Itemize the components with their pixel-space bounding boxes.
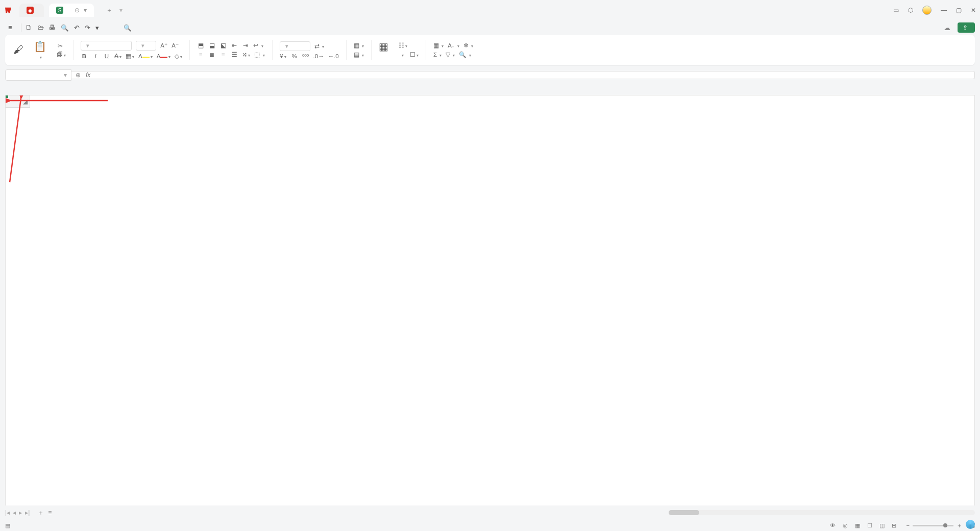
cloud-icon[interactable]: ☁: [944, 24, 950, 32]
page-view-icon[interactable]: ☐: [867, 522, 872, 529]
bold-button[interactable]: B: [81, 53, 88, 59]
reader-view-icon[interactable]: ⊞: [892, 522, 896, 529]
add-sheet-button[interactable]: ＋: [38, 509, 44, 517]
panel-icon[interactable]: ▭: [893, 7, 899, 14]
sum-button[interactable]: Σ: [433, 52, 442, 58]
normal-view-icon[interactable]: ▦: [855, 522, 860, 529]
copy-icon[interactable]: 🗐: [57, 52, 66, 58]
eye-icon[interactable]: 👁: [830, 522, 836, 528]
sheet-bar: |◂ ◂ ▸ ▸| ＋ ≡: [0, 505, 980, 520]
cells-area[interactable]: [30, 108, 974, 509]
shrink-font-icon[interactable]: A⁻: [172, 42, 179, 49]
worksheet-button[interactable]: ▤: [354, 51, 364, 58]
border-button[interactable]: ▦: [126, 53, 134, 60]
strike-button[interactable]: A̶: [114, 53, 121, 60]
file-menu[interactable]: ≡: [5, 23, 17, 32]
font-size-select[interactable]: ▾: [136, 41, 156, 51]
maximize-icon[interactable]: ▢: [956, 7, 962, 14]
currency-icon[interactable]: ¥: [280, 53, 287, 59]
fill-button[interactable]: ▦: [433, 42, 444, 49]
format-icon[interactable]: ☐: [410, 51, 419, 58]
format-painter-button[interactable]: 🖌: [10, 35, 27, 65]
more-icon[interactable]: ▾: [95, 24, 99, 32]
prev-sheet-icon[interactable]: ◂: [13, 509, 16, 516]
horizontal-scrollbar[interactable]: [669, 510, 975, 515]
sheet-nav: |◂ ◂ ▸ ▸|: [5, 509, 30, 516]
underline-button[interactable]: U: [103, 53, 110, 59]
formula-input[interactable]: ⊕ fx: [71, 71, 975, 79]
search-icon[interactable]: 🔍: [124, 24, 132, 32]
zoom-slider[interactable]: [913, 525, 953, 526]
new-icon[interactable]: 🗋: [26, 24, 32, 31]
minimize-icon[interactable]: —: [941, 7, 947, 14]
zoom-out-icon[interactable]: −: [906, 522, 910, 528]
dec-decimal-icon[interactable]: ←.0: [328, 53, 339, 59]
rowcol-button[interactable]: ▦: [354, 42, 364, 49]
convert-button[interactable]: ⇄: [314, 42, 324, 50]
number-format-select[interactable]: ▾: [280, 41, 310, 51]
status-icon[interactable]: ▤: [5, 522, 10, 529]
table-style-button[interactable]: ▦: [376, 35, 391, 65]
filter-button[interactable]: ▽: [446, 51, 455, 58]
percent-icon[interactable]: %: [291, 53, 298, 59]
cut-icon[interactable]: ✂: [57, 42, 64, 50]
redo-icon[interactable]: ↷: [85, 24, 90, 32]
italic-button[interactable]: I: [92, 53, 99, 59]
align-left-icon[interactable]: ≡: [197, 52, 204, 58]
align-center-icon[interactable]: ≣: [208, 51, 215, 58]
split-view-icon[interactable]: ◫: [879, 522, 885, 529]
undo-icon[interactable]: ↶: [74, 24, 80, 32]
indent-inc-icon[interactable]: ⇥: [242, 42, 249, 49]
zoom-icon[interactable]: ⊕: [76, 71, 81, 79]
align-right-icon[interactable]: ≡: [219, 52, 227, 58]
menu-bar: ≡ 🗋 🗁 🖶 🔍 ↶ ↷ ▾ 🔍 ☁ ⇪: [0, 20, 980, 35]
avatar[interactable]: [922, 6, 932, 15]
last-sheet-icon[interactable]: ▸|: [25, 509, 30, 516]
orientation-icon[interactable]: ⤭: [242, 51, 250, 58]
fx-icon[interactable]: fx: [86, 71, 90, 79]
tab-document-active[interactable]: S ⊜ ▾: [49, 4, 94, 17]
wrap-button[interactable]: ↩: [253, 42, 263, 49]
cell-style-icon[interactable]: ☷: [399, 42, 407, 49]
clear-format-button[interactable]: ◇: [175, 53, 182, 60]
indent-dec-icon[interactable]: ⇤: [231, 42, 238, 49]
new-tab-button[interactable]: ＋: [106, 6, 112, 15]
merge-button[interactable]: ⬚: [254, 51, 264, 58]
open-icon[interactable]: 🗁: [37, 24, 44, 31]
align-middle-icon[interactable]: ⬓: [208, 42, 215, 49]
find-button[interactable]: 🔍: [459, 51, 471, 58]
styles-group: ☷ ☐: [396, 35, 422, 65]
cube-icon[interactable]: ⬡: [908, 7, 913, 14]
freeze-button[interactable]: ❄: [463, 42, 473, 49]
first-sheet-icon[interactable]: |◂: [5, 509, 10, 516]
inc-decimal-icon[interactable]: .0→: [313, 53, 324, 59]
tab-close-icon[interactable]: ▾: [84, 7, 87, 14]
align-top-icon[interactable]: ⬒: [197, 42, 204, 49]
cond-format-button[interactable]: [399, 52, 406, 58]
name-box[interactable]: ▾: [5, 69, 71, 81]
spreadsheet-grid[interactable]: ◢: [5, 95, 975, 510]
font-name-select[interactable]: ▾: [81, 41, 132, 51]
tab-template[interactable]: ◆: [19, 4, 44, 17]
comma-icon[interactable]: ººº: [302, 53, 309, 59]
select-all-corner[interactable]: ◢: [6, 95, 30, 108]
app-logo[interactable]: [4, 6, 14, 14]
justify-icon[interactable]: ☰: [231, 51, 238, 58]
tab-list-icon[interactable]: ▾: [119, 7, 122, 14]
tab-menu-icon[interactable]: ⊜: [75, 7, 80, 14]
focus-icon[interactable]: ◎: [843, 522, 848, 529]
next-sheet-icon[interactable]: ▸: [19, 509, 22, 516]
close-icon[interactable]: ✕: [971, 7, 976, 14]
share-button[interactable]: ⇪: [958, 22, 975, 33]
font-color-button[interactable]: A: [157, 53, 171, 59]
paste-button[interactable]: 📋: [31, 35, 50, 65]
sheet-menu-icon[interactable]: ≡: [48, 509, 52, 516]
fill-color-button[interactable]: A: [138, 53, 153, 59]
print-icon[interactable]: 🖶: [49, 24, 56, 31]
preview-icon[interactable]: 🔍: [61, 24, 69, 32]
sort-button[interactable]: A↓: [448, 42, 459, 49]
zoom-in-icon[interactable]: ＋: [957, 522, 962, 529]
grow-font-icon[interactable]: A⁺: [160, 42, 167, 49]
scroll-thumb[interactable]: [669, 510, 699, 515]
align-bottom-icon[interactable]: ⬕: [219, 42, 227, 49]
